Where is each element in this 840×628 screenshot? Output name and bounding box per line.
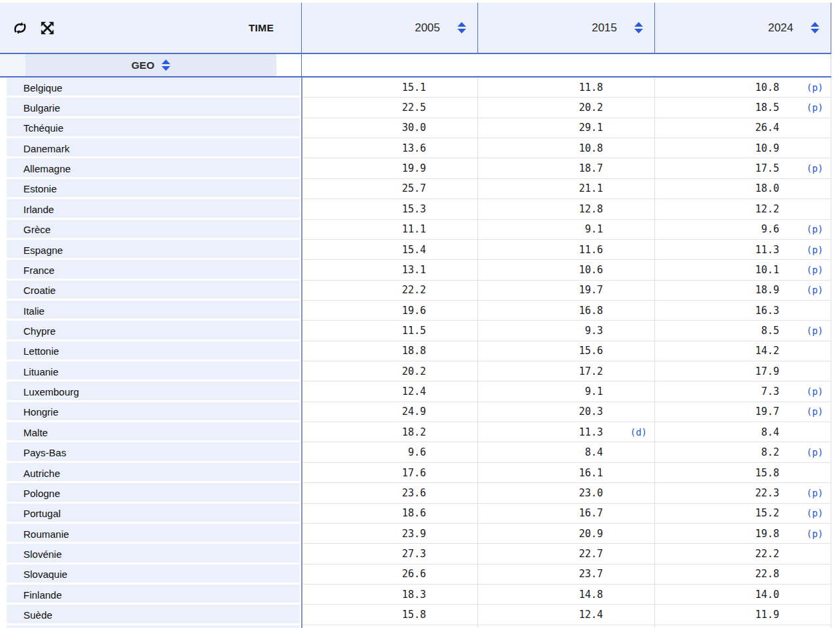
geo-label: Pays-Bas <box>0 447 66 458</box>
cell-value: 12.2 <box>755 203 779 215</box>
cell-value: 11.9 <box>755 609 779 621</box>
geo-label: Finlande <box>0 589 62 601</box>
swap-axes-icon[interactable] <box>9 17 31 39</box>
value-cell: 16.3 <box>655 301 831 321</box>
value-cell <box>302 625 478 628</box>
cell-value: 10.6 <box>579 264 603 276</box>
value-cell: 11.1 <box>302 220 478 240</box>
cell-value: 9.1 <box>585 223 603 235</box>
column-header-2005[interactable]: 2005 <box>302 3 478 53</box>
geo-cell: Finlande <box>0 585 302 605</box>
value-cell: 30.0 <box>302 118 478 138</box>
value-cell: 14.2 <box>655 341 831 361</box>
geo-label: Croatie <box>0 285 55 296</box>
sort-icon[interactable] <box>634 22 643 33</box>
cell-value: 19.8 <box>755 528 779 540</box>
expand-icon[interactable] <box>37 17 58 39</box>
cell-value: 13.1 <box>402 264 426 276</box>
cell-value: 19.9 <box>402 162 426 174</box>
table-row: Slovénie 27.3 22.7 22.2 <box>0 544 831 564</box>
cell-value: 26.6 <box>402 568 426 580</box>
cell-value: 10.1 <box>755 264 779 276</box>
value-cell: 19.6 <box>302 301 478 321</box>
geo-cell: Malte <box>0 422 302 442</box>
geo-cell: Pologne <box>0 483 302 503</box>
column-header-2024[interactable]: 2024 <box>655 3 831 53</box>
value-cell: 11.6 <box>478 240 655 260</box>
cell-value: 11.1 <box>402 223 426 235</box>
value-cell: 15.2(p) <box>655 504 831 524</box>
value-cell: 10.8 <box>478 138 655 158</box>
geo-label: Portugal <box>0 508 61 519</box>
flag-badge: (p) <box>779 325 831 336</box>
table-row: Chypre 11.5 9.3 8.5(p) <box>0 321 831 341</box>
flag-badge: (p) <box>779 245 831 255</box>
geo-cell: France <box>0 260 302 280</box>
cell-value: 18.0 <box>755 182 779 194</box>
column-divider <box>831 54 831 76</box>
value-cell: 15.6 <box>478 341 655 361</box>
cell-value: 17.9 <box>755 365 779 377</box>
data-table-view: TIME 2005 2015 2024 GEO <box>0 0 840 628</box>
cell-value: 16.8 <box>579 305 603 317</box>
sort-icon[interactable] <box>811 22 819 33</box>
value-cell: 17.6 <box>302 463 478 483</box>
cell-value: 20.3 <box>579 406 603 418</box>
flag-badge: (p) <box>779 528 831 539</box>
cell-value: 17.2 <box>579 365 603 377</box>
value-cell: 23.6 <box>302 483 478 503</box>
table-row: Portugal 18.6 16.7 15.2(p) <box>0 504 831 524</box>
cell-value: 19.6 <box>402 305 426 317</box>
column-divider <box>477 3 479 54</box>
column-header-label: 2005 <box>415 21 440 35</box>
table-row: Grèce 11.1 9.1 9.6(p) <box>0 220 831 240</box>
value-cell: 13.6 <box>302 138 478 158</box>
geo-label: Slovénie <box>0 548 62 560</box>
column-header-label: 2024 <box>768 21 793 35</box>
flag-badge: (p) <box>779 386 831 397</box>
value-cell: 18.9(p) <box>655 281 831 301</box>
cell-value: 22.8 <box>755 568 779 580</box>
geo-label: Hongrie <box>0 406 59 418</box>
time-header-cell: TIME <box>0 3 302 53</box>
geo-cell: Roumanie <box>0 524 302 544</box>
cell-value: 14.8 <box>579 589 603 601</box>
cell-value: 21.1 <box>579 182 603 194</box>
row-header-divider <box>301 77 302 628</box>
cell-value: 18.6 <box>402 507 426 519</box>
geo-sort-button[interactable]: GEO <box>25 54 276 76</box>
value-cell: 11.5 <box>302 321 478 341</box>
column-header-2015[interactable]: 2015 <box>478 3 655 53</box>
column-divider <box>654 77 655 628</box>
geo-cell: Allemagne <box>0 158 302 178</box>
value-cell: 9.6 <box>302 442 478 462</box>
cell-value: 20.2 <box>579 102 603 114</box>
value-cell: 23.0 <box>478 483 655 503</box>
table-row: Lituanie 20.2 17.2 17.9 <box>0 361 831 381</box>
value-cell: 18.0 <box>655 179 831 199</box>
geo-label: Tchéquie <box>0 122 63 134</box>
geo-cell: Portugal <box>0 504 302 524</box>
flag-badge: (p) <box>779 285 831 295</box>
value-cell: 17.2 <box>478 361 655 381</box>
cell-value: 15.3 <box>402 203 426 215</box>
column-divider <box>654 3 656 54</box>
value-cell: 14.0 <box>655 585 831 605</box>
value-cell: 29.1 <box>478 118 655 138</box>
geo-label: Irlande <box>0 204 54 215</box>
geo-cell: Lettonie <box>0 341 302 361</box>
geo-label: France <box>0 265 55 276</box>
cell-value: 9.3 <box>585 325 603 337</box>
cell-value: 11.6 <box>579 244 603 256</box>
value-cell: 24.9 <box>302 402 478 422</box>
cell-value: 18.8 <box>402 345 426 357</box>
value-cell: 18.3 <box>302 585 478 605</box>
cell-value: 18.3 <box>402 589 426 601</box>
table-row: Suède 15.8 12.4 11.9 <box>0 605 831 625</box>
value-cell: 27.3 <box>302 544 478 564</box>
sort-icon[interactable] <box>162 59 170 71</box>
geo-label: Bulgarie <box>0 102 60 114</box>
flag-badge: (p) <box>779 265 831 275</box>
sort-icon[interactable] <box>457 22 466 33</box>
table-row: Estonie 25.7 21.1 18.0 <box>0 179 831 199</box>
